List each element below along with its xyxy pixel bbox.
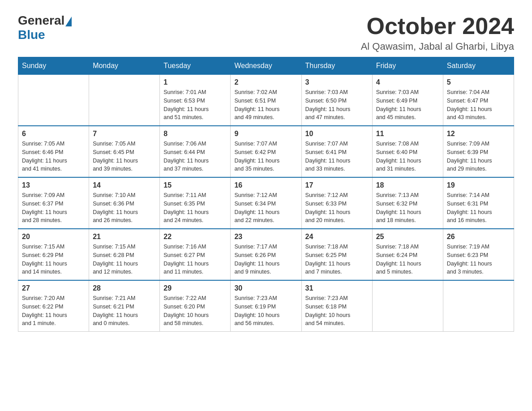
calendar-day-header-friday: Friday <box>372 57 443 75</box>
day-number: 28 <box>93 284 156 292</box>
day-number: 5 <box>447 78 510 86</box>
day-number: 19 <box>447 181 510 189</box>
page-header: General Blue October 2024 Al Qawasim, Ja… <box>18 13 514 52</box>
day-info: Sunrise: 7:20 AM Sunset: 6:22 PM Dayligh… <box>22 294 85 328</box>
calendar-day-cell: 27Sunrise: 7:20 AM Sunset: 6:22 PM Dayli… <box>18 280 89 332</box>
calendar-day-cell <box>372 280 443 332</box>
day-number: 1 <box>163 78 227 86</box>
calendar-header-row: SundayMondayTuesdayWednesdayThursdayFrid… <box>18 57 514 75</box>
day-number: 14 <box>93 181 156 189</box>
calendar-day-cell: 18Sunrise: 7:13 AM Sunset: 6:32 PM Dayli… <box>372 177 443 229</box>
day-info: Sunrise: 7:09 AM Sunset: 6:39 PM Dayligh… <box>447 140 510 173</box>
location-title: Al Qawasim, Jabal al Gharbi, Libya <box>361 41 514 52</box>
day-number: 26 <box>447 233 510 241</box>
calendar-day-cell: 29Sunrise: 7:22 AM Sunset: 6:20 PM Dayli… <box>160 280 231 332</box>
calendar-day-cell: 11Sunrise: 7:08 AM Sunset: 6:40 PM Dayli… <box>372 126 443 177</box>
month-title: October 2024 <box>361 13 514 39</box>
day-number: 9 <box>234 130 297 138</box>
calendar-day-header-wednesday: Wednesday <box>231 57 301 75</box>
day-number: 12 <box>447 130 510 138</box>
day-info: Sunrise: 7:09 AM Sunset: 6:37 PM Dayligh… <box>22 191 85 225</box>
day-number: 10 <box>305 130 369 138</box>
day-info: Sunrise: 7:23 AM Sunset: 6:19 PM Dayligh… <box>234 294 297 328</box>
calendar-day-cell: 10Sunrise: 7:07 AM Sunset: 6:41 PM Dayli… <box>301 126 372 177</box>
calendar-day-header-sunday: Sunday <box>18 57 89 75</box>
day-number: 8 <box>163 130 227 138</box>
day-number: 18 <box>376 181 439 189</box>
day-info: Sunrise: 7:12 AM Sunset: 6:33 PM Dayligh… <box>305 191 369 225</box>
calendar-day-cell: 23Sunrise: 7:17 AM Sunset: 6:26 PM Dayli… <box>231 229 301 280</box>
calendar-day-header-thursday: Thursday <box>301 57 372 75</box>
day-info: Sunrise: 7:10 AM Sunset: 6:36 PM Dayligh… <box>93 191 156 225</box>
calendar-day-cell: 16Sunrise: 7:12 AM Sunset: 6:34 PM Dayli… <box>231 177 301 229</box>
calendar-day-header-tuesday: Tuesday <box>160 57 231 75</box>
calendar-week-row: 20Sunrise: 7:15 AM Sunset: 6:29 PM Dayli… <box>18 229 514 280</box>
day-number: 22 <box>163 233 227 241</box>
day-info: Sunrise: 7:07 AM Sunset: 6:41 PM Dayligh… <box>305 140 369 173</box>
calendar-day-header-monday: Monday <box>89 57 160 75</box>
day-number: 27 <box>22 284 85 292</box>
calendar-day-cell: 19Sunrise: 7:14 AM Sunset: 6:31 PM Dayli… <box>443 177 514 229</box>
calendar-day-cell: 15Sunrise: 7:11 AM Sunset: 6:35 PM Dayli… <box>160 177 231 229</box>
day-info: Sunrise: 7:12 AM Sunset: 6:34 PM Dayligh… <box>234 191 297 225</box>
day-info: Sunrise: 7:23 AM Sunset: 6:18 PM Dayligh… <box>305 294 369 328</box>
calendar-day-cell: 28Sunrise: 7:21 AM Sunset: 6:21 PM Dayli… <box>89 280 160 332</box>
day-number: 21 <box>93 233 156 241</box>
calendar-table: SundayMondayTuesdayWednesdayThursdayFrid… <box>18 57 514 332</box>
day-info: Sunrise: 7:15 AM Sunset: 6:28 PM Dayligh… <box>93 243 156 276</box>
calendar-day-cell: 14Sunrise: 7:10 AM Sunset: 6:36 PM Dayli… <box>89 177 160 229</box>
day-number: 17 <box>305 181 369 189</box>
calendar-week-row: 13Sunrise: 7:09 AM Sunset: 6:37 PM Dayli… <box>18 177 514 229</box>
logo: General Blue <box>18 13 72 42</box>
day-info: Sunrise: 7:11 AM Sunset: 6:35 PM Dayligh… <box>163 191 227 225</box>
calendar-day-cell <box>443 280 514 332</box>
calendar-day-cell: 21Sunrise: 7:15 AM Sunset: 6:28 PM Dayli… <box>89 229 160 280</box>
day-number: 4 <box>376 78 439 86</box>
calendar-day-cell: 30Sunrise: 7:23 AM Sunset: 6:19 PM Dayli… <box>231 280 301 332</box>
calendar-day-cell: 1Sunrise: 7:01 AM Sunset: 6:53 PM Daylig… <box>160 75 231 126</box>
day-number: 15 <box>163 181 227 189</box>
calendar-day-cell: 5Sunrise: 7:04 AM Sunset: 6:47 PM Daylig… <box>443 75 514 126</box>
day-number: 11 <box>376 130 439 138</box>
day-info: Sunrise: 7:19 AM Sunset: 6:23 PM Dayligh… <box>447 243 510 276</box>
day-info: Sunrise: 7:03 AM Sunset: 6:49 PM Dayligh… <box>376 88 439 122</box>
logo-general-text: General <box>18 13 64 28</box>
calendar-week-row: 1Sunrise: 7:01 AM Sunset: 6:53 PM Daylig… <box>18 75 514 126</box>
day-info: Sunrise: 7:13 AM Sunset: 6:32 PM Dayligh… <box>376 191 439 225</box>
calendar-day-cell: 9Sunrise: 7:07 AM Sunset: 6:42 PM Daylig… <box>231 126 301 177</box>
day-info: Sunrise: 7:18 AM Sunset: 6:25 PM Dayligh… <box>305 243 369 276</box>
day-number: 3 <box>305 78 369 86</box>
calendar-day-header-saturday: Saturday <box>443 57 514 75</box>
day-number: 25 <box>376 233 439 241</box>
day-number: 16 <box>234 181 297 189</box>
day-info: Sunrise: 7:06 AM Sunset: 6:44 PM Dayligh… <box>163 140 227 173</box>
calendar-day-cell: 26Sunrise: 7:19 AM Sunset: 6:23 PM Dayli… <box>443 229 514 280</box>
day-info: Sunrise: 7:18 AM Sunset: 6:24 PM Dayligh… <box>376 243 439 276</box>
day-info: Sunrise: 7:08 AM Sunset: 6:40 PM Dayligh… <box>376 140 439 173</box>
day-number: 20 <box>22 233 85 241</box>
calendar-week-row: 6Sunrise: 7:05 AM Sunset: 6:46 PM Daylig… <box>18 126 514 177</box>
calendar-day-cell <box>18 75 89 126</box>
calendar-day-cell: 20Sunrise: 7:15 AM Sunset: 6:29 PM Dayli… <box>18 229 89 280</box>
day-info: Sunrise: 7:14 AM Sunset: 6:31 PM Dayligh… <box>447 191 510 225</box>
calendar-day-cell: 2Sunrise: 7:02 AM Sunset: 6:51 PM Daylig… <box>231 75 301 126</box>
calendar-day-cell: 24Sunrise: 7:18 AM Sunset: 6:25 PM Dayli… <box>301 229 372 280</box>
day-number: 23 <box>234 233 297 241</box>
calendar-day-cell: 6Sunrise: 7:05 AM Sunset: 6:46 PM Daylig… <box>18 126 89 177</box>
calendar-day-cell: 22Sunrise: 7:16 AM Sunset: 6:27 PM Dayli… <box>160 229 231 280</box>
calendar-day-cell: 13Sunrise: 7:09 AM Sunset: 6:37 PM Dayli… <box>18 177 89 229</box>
calendar-day-cell: 7Sunrise: 7:05 AM Sunset: 6:45 PM Daylig… <box>89 126 160 177</box>
day-info: Sunrise: 7:05 AM Sunset: 6:46 PM Dayligh… <box>22 140 85 173</box>
day-info: Sunrise: 7:01 AM Sunset: 6:53 PM Dayligh… <box>163 88 227 122</box>
day-number: 6 <box>22 130 85 138</box>
day-info: Sunrise: 7:17 AM Sunset: 6:26 PM Dayligh… <box>234 243 297 276</box>
day-number: 29 <box>163 284 227 292</box>
day-number: 2 <box>234 78 297 86</box>
day-info: Sunrise: 7:22 AM Sunset: 6:20 PM Dayligh… <box>163 294 227 328</box>
day-info: Sunrise: 7:16 AM Sunset: 6:27 PM Dayligh… <box>163 243 227 276</box>
day-info: Sunrise: 7:04 AM Sunset: 6:47 PM Dayligh… <box>447 88 510 122</box>
day-number: 30 <box>234 284 297 292</box>
calendar-day-cell: 8Sunrise: 7:06 AM Sunset: 6:44 PM Daylig… <box>160 126 231 177</box>
day-info: Sunrise: 7:03 AM Sunset: 6:50 PM Dayligh… <box>305 88 369 122</box>
day-info: Sunrise: 7:21 AM Sunset: 6:21 PM Dayligh… <box>93 294 156 328</box>
